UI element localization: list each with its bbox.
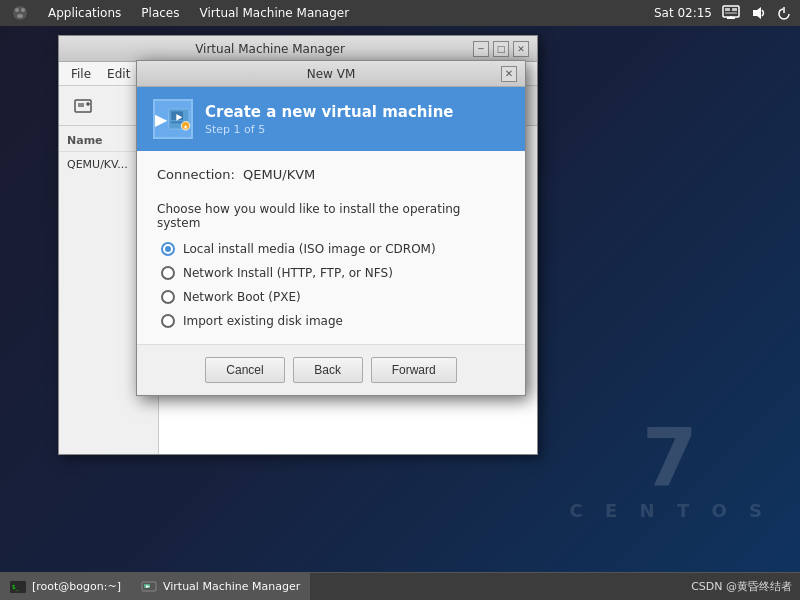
svg-rect-7: [725, 8, 730, 11]
places-menu[interactable]: Places: [137, 4, 183, 22]
network-install-label: Network Install (HTTP, FTP, or NFS): [183, 266, 393, 280]
svg-rect-4: [723, 6, 739, 17]
file-menu[interactable]: File: [63, 65, 99, 83]
applications-menu[interactable]: Applications: [44, 4, 125, 22]
terminal-taskbar-item[interactable]: $_ [root@bogon:~]: [0, 573, 131, 600]
desktop: 7 C E N T O S Applications Places Virtu: [0, 0, 800, 600]
import-disk-label: Import existing disk image: [183, 314, 343, 328]
new-vm-icon: [73, 96, 93, 116]
dialog-header-icon: ★: [153, 99, 193, 139]
vmm-close-button[interactable]: ✕: [513, 41, 529, 57]
edit-menu[interactable]: Edit: [99, 65, 138, 83]
svg-text:$_: $_: [12, 583, 20, 591]
vmm-menu[interactable]: Virtual Machine Manager: [195, 4, 353, 22]
vm-play-icon: ★: [167, 105, 191, 133]
vmm-window-title: Virtual Machine Manager: [67, 42, 473, 56]
taskbar: $_ [root@bogon:~] Virtual Machine Manage…: [0, 572, 800, 600]
cancel-button[interactable]: Cancel: [205, 357, 284, 383]
network-install-radio[interactable]: [161, 266, 175, 280]
svg-rect-9: [725, 12, 737, 14]
dialog-header-text: Create a new virtual machine Step 1 of 5: [205, 103, 454, 136]
places-label: Places: [141, 6, 179, 20]
local-install-radio[interactable]: [161, 242, 175, 256]
vmm-titlebar-buttons: ─ □ ✕: [473, 41, 529, 57]
new-vm-dialog: New VM ✕ ★ Create a new virtual machine …: [136, 60, 526, 396]
dialog-step-label: Step 1 of 5: [205, 123, 454, 136]
centos-number: 7: [570, 418, 770, 498]
back-button[interactable]: Back: [293, 357, 363, 383]
vmm-minimize-button[interactable]: ─: [473, 41, 489, 57]
gnome-menu-icon[interactable]: [8, 3, 32, 23]
import-disk-radio[interactable]: [161, 314, 175, 328]
connection-row: Connection: QEMU/KVM: [157, 167, 505, 182]
svg-rect-8: [732, 8, 737, 11]
network-boot-label: Network Boot (PXE): [183, 290, 301, 304]
network-install-option[interactable]: Network Install (HTTP, FTP, or NFS): [161, 266, 505, 280]
name-label: Name: [67, 134, 103, 147]
volume-icon: [750, 5, 766, 21]
vmm-menu-label: Virtual Machine Manager: [199, 6, 349, 20]
vmm-taskbar-label: Virtual Machine Manager: [163, 580, 300, 593]
dialog-main-title: Create a new virtual machine: [205, 103, 454, 121]
install-options-group: Local install media (ISO image or CDROM)…: [161, 242, 505, 328]
forward-button[interactable]: Forward: [371, 357, 457, 383]
install-question-label: Choose how you would like to install the…: [157, 202, 505, 230]
dialog-header: ★ Create a new virtual machine Step 1 of…: [137, 87, 525, 151]
new-vm-button[interactable]: [67, 90, 99, 122]
vmm-taskbar-item[interactable]: Virtual Machine Manager: [131, 573, 310, 600]
vmm-maximize-button[interactable]: □: [493, 41, 509, 57]
network-boot-radio[interactable]: [161, 290, 175, 304]
svg-marker-10: [753, 7, 761, 19]
network-icon: [722, 5, 740, 21]
clock: Sat 02:15: [654, 6, 712, 20]
import-disk-option[interactable]: Import existing disk image: [161, 314, 505, 328]
top-panel-right: Sat 02:15: [654, 5, 792, 21]
terminal-icon: $_: [10, 581, 26, 593]
svg-rect-14: [78, 103, 84, 107]
local-install-label: Local install media (ISO image or CDROM): [183, 242, 436, 256]
terminal-label: [root@bogon:~]: [32, 580, 121, 593]
applications-label: Applications: [48, 6, 121, 20]
top-panel: Applications Places Virtual Machine Mana…: [0, 0, 800, 26]
connection-label: Connection:: [157, 167, 235, 182]
dialog-close-button[interactable]: ✕: [501, 66, 517, 82]
network-boot-option[interactable]: Network Boot (PXE): [161, 290, 505, 304]
vmm-taskbar-icon: [141, 581, 157, 593]
dialog-footer: Cancel Back Forward: [137, 344, 525, 395]
connection-value: QEMU/KVM: [243, 167, 315, 182]
power-icon[interactable]: [776, 5, 792, 21]
svg-point-3: [17, 14, 23, 18]
local-install-option[interactable]: Local install media (ISO image or CDROM): [161, 242, 505, 256]
dialog-titlebar: New VM ✕: [137, 61, 525, 87]
svg-point-1: [15, 8, 19, 12]
centos-watermark: 7 C E N T O S: [570, 418, 770, 520]
foot-icon: [12, 5, 28, 21]
dialog-title: New VM: [161, 67, 501, 81]
vmm-titlebar: Virtual Machine Manager ─ □ ✕: [59, 36, 537, 62]
svg-text:★: ★: [183, 124, 188, 130]
top-panel-left: Applications Places Virtual Machine Mana…: [8, 3, 353, 23]
dialog-body: Connection: QEMU/KVM Choose how you woul…: [137, 151, 525, 344]
csdn-label: CSDN @黄昏终结者: [691, 579, 792, 594]
centos-label: C E N T O S: [570, 502, 770, 520]
taskbar-right: CSDN @黄昏终结者: [691, 579, 800, 594]
svg-point-2: [21, 8, 25, 12]
